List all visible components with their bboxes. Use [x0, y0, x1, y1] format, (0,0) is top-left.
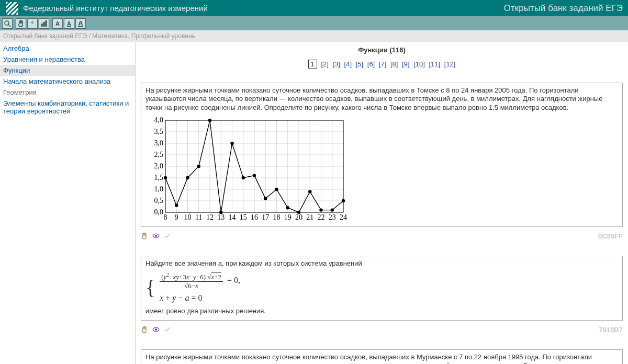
svg-line-1 [8, 25, 10, 27]
task-id: 0C85FF [598, 232, 623, 240]
font-small-button[interactable]: A [52, 18, 63, 29]
page-title: Функции (116) [141, 46, 623, 54]
logo [5, 2, 19, 15]
task-intro: Найдите все значения a, при каждом из ко… [145, 259, 618, 268]
hand-icon[interactable] [141, 326, 148, 333]
pager-link[interactable]: [8] [390, 60, 398, 68]
pager-link[interactable]: [9] [402, 60, 409, 68]
svg-point-66 [253, 174, 256, 177]
svg-text:16: 16 [251, 213, 258, 221]
svg-rect-4 [46, 21, 47, 26]
pager-link[interactable]: [12] [444, 60, 456, 68]
check-icon[interactable] [164, 326, 171, 333]
svg-point-67 [264, 197, 267, 200]
svg-point-0 [5, 21, 9, 25]
svg-text:11: 11 [195, 213, 202, 221]
eye-icon[interactable] [152, 232, 160, 240]
equation-system: { (y2−xy+3x−y−6) √x+2 √6−x = 0, x + y − … [145, 272, 618, 303]
degree-icon[interactable]: ° [27, 18, 38, 29]
svg-text:12: 12 [206, 213, 214, 221]
svg-text:4,0: 4,0 [154, 116, 164, 124]
svg-text:21: 21 [306, 213, 313, 221]
svg-text:10: 10 [184, 213, 192, 221]
svg-text:17: 17 [262, 213, 269, 221]
pager-current[interactable]: 1 [308, 60, 317, 69]
svg-point-68 [275, 188, 278, 191]
institute-title: Федеральный институт педагогических изме… [23, 4, 208, 13]
sidebar-item-algebra[interactable]: Алгебра [0, 43, 135, 54]
sidebar-item-equations[interactable]: Уравнения и неравенства [0, 54, 135, 65]
check-icon[interactable] [164, 232, 171, 240]
precipitation-chart: 0,00,51,01,52,02,53,03,54,08910111213141… [145, 116, 618, 222]
svg-point-70 [297, 211, 300, 214]
hand-icon[interactable] [141, 232, 148, 240]
svg-text:2,5: 2,5 [154, 151, 164, 158]
eye-icon[interactable] [152, 326, 160, 333]
task-text: На рисунке жирными точками показано суто… [145, 86, 618, 112]
svg-point-74 [342, 199, 345, 202]
pager-link[interactable]: [2] [321, 60, 328, 68]
task-outro: имеет ровно два различных решения. [145, 307, 618, 315]
svg-point-72 [319, 208, 322, 211]
svg-text:14: 14 [229, 213, 236, 221]
svg-text:1,5: 1,5 [154, 174, 164, 181]
svg-text:0,0: 0,0 [154, 208, 164, 216]
svg-text:0,5: 0,5 [154, 197, 164, 204]
svg-text:13: 13 [217, 213, 225, 221]
svg-point-59 [175, 203, 178, 207]
svg-point-71 [308, 190, 311, 193]
stats-icon[interactable] [39, 18, 49, 29]
task-card: На рисунке жирными точками показано суто… [141, 349, 623, 364]
svg-text:23: 23 [329, 213, 336, 221]
svg-point-60 [186, 176, 189, 179]
task-card: На рисунке жирными точками показано суто… [141, 83, 623, 227]
svg-point-76 [155, 329, 157, 331]
svg-point-63 [219, 211, 222, 214]
hand-icon[interactable] [16, 18, 26, 29]
font-large-button[interactable]: A [75, 18, 86, 29]
main-content: Функции (116) 1 [2] [3] [4] [5] [6] [7] … [136, 42, 628, 364]
svg-rect-2 [41, 24, 42, 26]
svg-point-58 [164, 176, 167, 179]
pager-link[interactable]: [3] [332, 60, 340, 68]
bank-title: Открытый банк заданий ЕГЭ [504, 3, 623, 14]
svg-text:20: 20 [295, 213, 302, 221]
svg-point-64 [230, 142, 233, 145]
pager-link[interactable]: [11] [429, 60, 440, 68]
pager-link[interactable]: [7] [379, 60, 386, 68]
svg-text:3,5: 3,5 [154, 128, 164, 135]
svg-text:1,0: 1,0 [154, 185, 164, 193]
sidebar-item-geometry: Геометрия [0, 87, 135, 98]
svg-text:8: 8 [164, 213, 167, 221]
toolbar: ° A A A [0, 16, 628, 30]
svg-text:22: 22 [318, 213, 325, 221]
svg-point-65 [242, 176, 245, 179]
sidebar-item-calculus[interactable]: Начала математического анализа [0, 76, 135, 87]
sidebar-item-functions[interactable]: Функции [0, 65, 135, 76]
task-id: 7810B7 [599, 326, 623, 334]
pager-link[interactable]: [6] [367, 60, 375, 68]
sidebar-item-combinatorics[interactable]: Элементы комбинаторики, статистики и тео… [0, 98, 135, 117]
svg-point-69 [286, 206, 289, 209]
svg-point-61 [197, 165, 200, 168]
svg-text:18: 18 [273, 213, 281, 221]
svg-text:24: 24 [340, 213, 347, 221]
svg-text:9: 9 [175, 213, 178, 221]
svg-text:15: 15 [240, 213, 247, 221]
task-card: Найдите все значения a, при каждом из ко… [141, 256, 623, 321]
svg-point-75 [155, 235, 157, 237]
sidebar: Алгебра Уравнения и неравенства Функции … [0, 42, 136, 364]
pager-link[interactable]: [4] [344, 60, 352, 68]
svg-text:19: 19 [284, 213, 291, 221]
breadcrumb: Открытый банк заданий ЕГЭ / Математика. … [0, 30, 628, 42]
svg-text:2,0: 2,0 [154, 162, 164, 170]
svg-point-73 [331, 208, 334, 211]
pager-link[interactable]: [10] [413, 60, 425, 68]
font-medium-button[interactable]: A [64, 18, 74, 29]
task-text: На рисунке жирными точками показано суто… [145, 353, 618, 364]
svg-point-62 [208, 119, 211, 122]
search-icon[interactable] [2, 18, 13, 29]
svg-text:3,0: 3,0 [154, 139, 164, 147]
pager-link[interactable]: [5] [356, 60, 363, 68]
top-bar: Федеральный институт педагогических изме… [0, 0, 628, 16]
